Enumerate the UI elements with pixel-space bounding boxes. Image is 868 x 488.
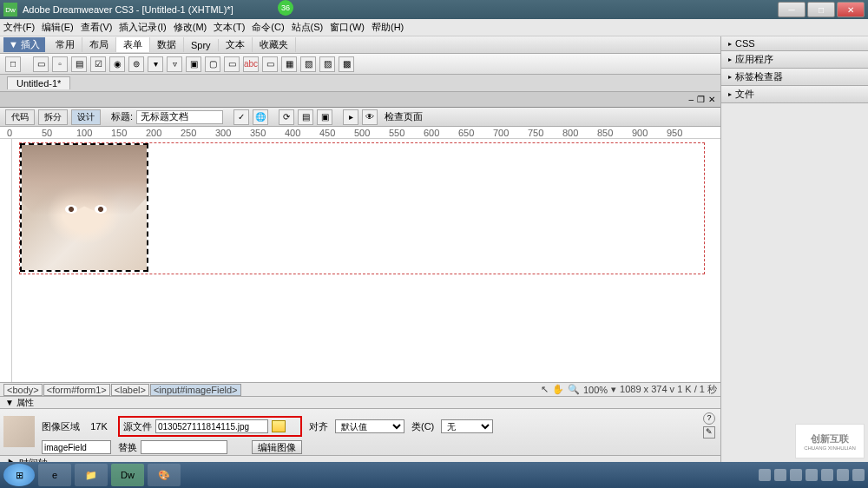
check-page-label[interactable]: 检查页面 <box>385 110 423 123</box>
document-tab[interactable]: Untitled-1* <box>7 76 70 89</box>
tag-input[interactable]: <input#imageField> <box>150 384 241 396</box>
tray-icon[interactable] <box>806 469 818 481</box>
menu-edit[interactable]: 编辑(E) <box>42 21 74 34</box>
align-select[interactable]: 默认值 <box>335 419 404 433</box>
minimize-button[interactable]: ─ <box>778 2 806 17</box>
properties-header[interactable]: ▼ 属性 <box>0 396 720 408</box>
title-bar: Dw Adobe Dreamweaver CS3 - [Untitled-1 (… <box>0 0 868 19</box>
form-icon[interactable]: □ <box>5 56 21 72</box>
taskbar-dreamweaver-icon[interactable]: Dw <box>111 464 144 486</box>
spry-checkbox-icon[interactable]: ▩ <box>339 56 354 72</box>
menu-text[interactable]: 文本(T) <box>214 21 245 34</box>
name-input[interactable] <box>42 440 111 454</box>
taskbar-ie-icon[interactable]: e <box>38 464 71 486</box>
design-canvas[interactable] <box>0 139 720 382</box>
tray-icon[interactable] <box>790 469 802 481</box>
zoom-icon[interactable]: 🔍 <box>568 384 580 395</box>
pointer-icon[interactable]: ↖ <box>541 384 549 395</box>
menu-view[interactable]: 查看(V) <box>81 21 113 34</box>
validate-icon[interactable]: ▸ <box>343 109 358 125</box>
menu-window[interactable]: 窗口(W) <box>330 21 365 34</box>
refresh-icon[interactable]: ⟳ <box>279 109 294 125</box>
panel-application[interactable]: 应用程序 <box>721 51 868 68</box>
taskbar-explorer-icon[interactable]: 📁 <box>75 464 108 486</box>
tag-label[interactable]: <label> <box>111 384 149 396</box>
tab-favorites[interactable]: 收藏夹 <box>253 37 296 52</box>
spry-validation-icon[interactable]: ▦ <box>281 56 297 72</box>
insert-label[interactable]: ▼ 插入 <box>3 37 45 52</box>
tray-icon[interactable] <box>821 469 833 481</box>
code-view-button[interactable]: 代码 <box>5 109 35 125</box>
insert-bar: ▼ 插入 常用 布局 表单 数据 Spry 文本 收藏夹 <box>0 36 720 54</box>
close-button[interactable]: ✕ <box>837 2 865 17</box>
jumpmenu-icon[interactable]: ▿ <box>167 56 182 72</box>
zoom-value[interactable]: 100% <box>583 385 608 395</box>
panel-css[interactable]: CSS <box>721 36 868 50</box>
menu-site[interactable]: 站点(S) <box>292 21 324 34</box>
checkbox-icon[interactable]: ☑ <box>90 56 106 72</box>
tab-spry[interactable]: Spry <box>184 39 219 51</box>
doc-restore-icon[interactable]: ❐ <box>697 95 705 104</box>
tray-network-icon[interactable] <box>852 469 865 481</box>
button-icon[interactable]: ▭ <box>224 56 240 72</box>
taskbar-paint-icon[interactable]: 🎨 <box>148 464 181 486</box>
menu-commands[interactable]: 命令(C) <box>252 21 284 34</box>
tag-body[interactable]: <body> <box>3 384 43 396</box>
textfield-icon[interactable]: ▭ <box>33 56 49 72</box>
menu-help[interactable]: 帮助(H) <box>372 21 404 34</box>
fieldset-icon[interactable]: ▭ <box>262 56 278 72</box>
quick-tag-icon[interactable]: ✎ <box>703 426 715 439</box>
spry-textarea-icon[interactable]: ▨ <box>319 56 335 72</box>
panel-files[interactable]: 文件 <box>721 86 868 102</box>
menu-modify[interactable]: 修改(M) <box>174 21 207 34</box>
doc-minimize-icon[interactable]: – <box>688 95 694 104</box>
radio-icon[interactable]: ◉ <box>109 56 125 72</box>
help-icon[interactable]: ? <box>703 412 715 425</box>
src-input[interactable] <box>155 419 268 433</box>
notification-badge[interactable]: 36 <box>278 0 293 16</box>
globe-icon[interactable]: 🌐 <box>253 109 268 125</box>
tab-data[interactable]: 数据 <box>150 37 184 52</box>
file-mgmt-icon[interactable]: ▤ <box>298 109 313 125</box>
edit-image-button[interactable]: 编辑图像 <box>252 440 302 454</box>
watermark-logo: 创新互联 CHUANG XINHULIAN <box>795 424 865 458</box>
properties-panel: 图像区域 17K 源文件 对齐 默认值 类(C) 无 替换 编辑图像 ? ✎ <box>0 408 720 455</box>
textarea-icon[interactable]: ▤ <box>71 56 87 72</box>
visual-aids-icon[interactable]: 👁 <box>362 109 378 125</box>
tag-form[interactable]: <form#form1> <box>43 384 110 396</box>
document-header: – ❐ ✕ <box>0 92 720 108</box>
tab-text[interactable]: 文本 <box>219 37 253 52</box>
form-outline[interactable] <box>19 142 705 274</box>
split-view-button[interactable]: 拆分 <box>38 109 68 125</box>
preview-icon[interactable]: ▣ <box>317 109 332 125</box>
filefield-icon[interactable]: ▢ <box>205 56 220 72</box>
class-select[interactable]: 无 <box>441 419 493 433</box>
windows-taskbar: ⊞ e 📁 Dw 🎨 <box>0 462 868 488</box>
spry-textfield-icon[interactable]: ▧ <box>300 56 316 72</box>
tab-common[interactable]: 常用 <box>49 37 82 52</box>
tray-icon[interactable] <box>774 469 786 481</box>
hand-icon[interactable]: ✋ <box>552 384 564 395</box>
design-view-button[interactable]: 设计 <box>71 109 101 125</box>
radiogroup-icon[interactable]: ⊚ <box>128 56 144 72</box>
start-button[interactable]: ⊞ <box>3 464 35 486</box>
menu-bar: 文件(F) 编辑(E) 查看(V) 插入记录(I) 修改(M) 文本(T) 命令… <box>0 19 868 36</box>
list-icon[interactable]: ▾ <box>148 56 163 72</box>
hidden-icon[interactable]: ▫ <box>52 56 68 72</box>
tray-icon[interactable] <box>759 469 771 481</box>
title-input[interactable] <box>136 110 223 124</box>
tab-forms[interactable]: 表单 <box>116 37 150 52</box>
image-field[interactable] <box>20 143 148 272</box>
check-browser-icon[interactable]: ✓ <box>233 109 249 125</box>
alt-input[interactable] <box>141 440 227 454</box>
menu-insert[interactable]: 插入记录(I) <box>119 21 166 34</box>
imagefield-icon[interactable]: ▣ <box>186 56 201 72</box>
label-icon[interactable]: abc <box>243 56 259 72</box>
tray-volume-icon[interactable] <box>837 469 849 481</box>
menu-file[interactable]: 文件(F) <box>3 21 35 34</box>
maximize-button[interactable]: □ <box>807 2 835 17</box>
tab-layout[interactable]: 布局 <box>82 37 116 52</box>
panel-tag-inspector[interactable]: 标签检查器 <box>721 69 868 85</box>
browse-folder-icon[interactable] <box>272 420 286 432</box>
doc-close-icon[interactable]: ✕ <box>708 95 715 104</box>
